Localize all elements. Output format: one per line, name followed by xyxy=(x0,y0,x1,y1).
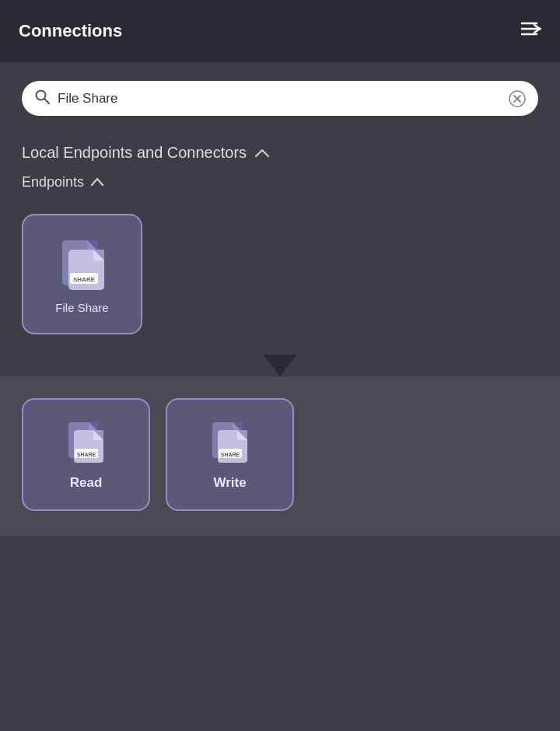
action-card-read[interactable]: SHARE Read xyxy=(22,398,150,511)
endpoints-grid: SHARE File Share xyxy=(0,214,560,347)
share-read-icon: SHARE xyxy=(64,419,109,467)
search-icon xyxy=(34,89,50,108)
search-bar xyxy=(22,81,538,116)
file-share-icon: SHARE xyxy=(54,234,110,296)
action-card-write[interactable]: SHARE Write xyxy=(166,398,294,511)
endpoint-card-file-share[interactable]: SHARE File Share xyxy=(22,214,142,334)
section-header: Local Endpoints and Connectors Endpoints xyxy=(0,128,560,214)
svg-text:SHARE: SHARE xyxy=(220,451,240,456)
svg-line-4 xyxy=(45,100,50,104)
page-title: Connections xyxy=(19,21,122,41)
action-card-write-label: Write xyxy=(213,475,246,491)
collapse-icon[interactable] xyxy=(254,144,270,162)
bottom-panel: SHARE Read SHARE Write xyxy=(0,376,560,536)
header: Connections xyxy=(0,0,560,62)
subsection-collapse-icon[interactable] xyxy=(90,174,104,191)
svg-text:SHARE: SHARE xyxy=(72,276,95,283)
svg-point-3 xyxy=(37,91,46,100)
section-title-text: Local Endpoints and Connectors xyxy=(22,144,247,162)
subsection-title-text: Endpoints xyxy=(22,174,84,191)
pointer-triangle xyxy=(263,355,297,376)
arrow-right-icon[interactable] xyxy=(521,20,541,42)
search-input[interactable] xyxy=(58,91,501,107)
section-title[interactable]: Local Endpoints and Connectors xyxy=(22,144,538,162)
share-write-icon: SHARE xyxy=(208,419,253,467)
search-area xyxy=(0,62,560,128)
svg-text:SHARE: SHARE xyxy=(76,451,96,456)
endpoint-card-label: File Share xyxy=(55,301,108,314)
divider xyxy=(0,353,560,376)
action-card-read-label: Read xyxy=(70,475,103,491)
clear-icon[interactable] xyxy=(509,90,526,107)
subsection-title[interactable]: Endpoints xyxy=(22,174,538,191)
